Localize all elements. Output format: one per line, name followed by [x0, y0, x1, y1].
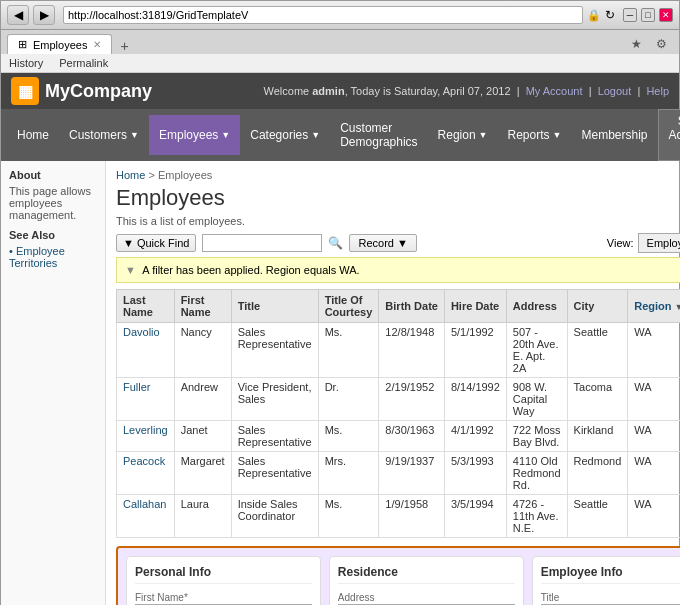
- forward-button[interactable]: ▶: [33, 5, 55, 25]
- view-select[interactable]: Employees ▼: [638, 233, 680, 253]
- breadcrumb: Home > Employees: [116, 169, 680, 181]
- table-cell: Peacock: [117, 452, 175, 495]
- app-logo: ▦ MyCompany: [11, 77, 152, 105]
- new-tab-button[interactable]: +: [114, 38, 134, 54]
- header-date: , Today is Saturday, April 07, 2012: [345, 85, 511, 97]
- employees-arrow: ▼: [221, 130, 230, 140]
- table-cell: 4110 Old Redmond Rd.: [506, 452, 567, 495]
- table-cell: Dr.: [318, 378, 379, 421]
- toolbar-left: ▼ Quick Find 🔍 Record ▼: [116, 234, 417, 252]
- last-name-link[interactable]: Fuller: [123, 381, 151, 393]
- table-cell: Seattle: [567, 495, 628, 538]
- quick-find-input[interactable]: [202, 234, 322, 252]
- close-button[interactable]: ✕: [659, 8, 673, 22]
- table-row: LeverlingJanetSales RepresentativeMs.8/3…: [117, 421, 681, 452]
- minimize-button[interactable]: ─: [623, 8, 637, 22]
- emp-title-label: Title: [541, 592, 680, 603]
- table-cell: Ms.: [318, 495, 379, 538]
- col-courtesy: Title OfCourtesy: [318, 290, 379, 323]
- table-cell: 3/5/1994: [444, 495, 506, 538]
- col-region[interactable]: Region ▼: [628, 290, 680, 323]
- app-title: MyCompany: [45, 81, 152, 102]
- table-cell: Janet: [174, 421, 231, 452]
- nav-membership[interactable]: Membership: [571, 115, 657, 155]
- nav-customer-demographics[interactable]: Customer Demographics: [330, 115, 427, 155]
- table-cell: Kirkland: [567, 421, 628, 452]
- maximize-button[interactable]: □: [641, 8, 655, 22]
- filter-text: A filter has been applied. Region equals…: [142, 264, 359, 276]
- table-cell: Redmond: [567, 452, 628, 495]
- main-nav: Home Customers ▼ Employees ▼ Categories …: [1, 109, 679, 161]
- help-link[interactable]: Help: [646, 85, 669, 97]
- col-birth: Birth Date: [379, 290, 445, 323]
- permalink-menu[interactable]: Permalink: [57, 56, 110, 70]
- site-actions-button[interactable]: Site Actions ▼: [658, 109, 680, 161]
- table-row: PeacockMargaretSales RepresentativeMrs.9…: [117, 452, 681, 495]
- nav-reports[interactable]: Reports ▼: [498, 115, 572, 155]
- search-icon[interactable]: 🔍: [328, 236, 343, 250]
- nav-region[interactable]: Region ▼: [428, 115, 498, 155]
- active-tab[interactable]: ⊞ Employees ✕: [7, 34, 112, 54]
- last-name-link[interactable]: Davolio: [123, 326, 160, 338]
- filter-bar: ▼ A filter has been applied. Region equa…: [116, 257, 680, 283]
- last-name-link[interactable]: Peacock: [123, 455, 165, 467]
- breadcrumb-sep: >: [148, 169, 157, 181]
- tab-close-icon[interactable]: ✕: [93, 39, 101, 50]
- breadcrumb-home[interactable]: Home: [116, 169, 145, 181]
- back-button[interactable]: ◀: [7, 5, 29, 25]
- main-content: Home > Employees Employees This is a lis…: [106, 161, 680, 605]
- form-panels: Personal Info First Name* Last Name*: [126, 556, 680, 605]
- welcome-pre: Welcome: [264, 85, 313, 97]
- first-name-label: First Name*: [135, 592, 312, 603]
- security-icon: 🔒: [587, 9, 601, 22]
- region-arrow: ▼: [479, 130, 488, 140]
- tab-bar: ⊞ Employees ✕ + ★ ⚙: [1, 30, 679, 54]
- table-cell: 5/1/1992: [444, 323, 506, 378]
- page-subtitle: This is a list of employees.: [116, 215, 680, 227]
- table-cell: 9/19/1937: [379, 452, 445, 495]
- star-icon[interactable]: ★: [625, 34, 648, 54]
- logout-link[interactable]: Logout: [598, 85, 632, 97]
- table-cell: Sales Representative: [231, 452, 318, 495]
- nav-items: Home Customers ▼ Employees ▼ Categories …: [7, 115, 658, 155]
- data-table: LastName FirstName Title Title OfCourtes…: [116, 289, 680, 538]
- address-bar[interactable]: [63, 6, 583, 24]
- col-address: Address: [506, 290, 567, 323]
- nav-home[interactable]: Home: [7, 115, 59, 155]
- table-cell: WA: [628, 495, 680, 538]
- col-hire: Hire Date: [444, 290, 506, 323]
- record-button[interactable]: Record ▼: [349, 234, 416, 252]
- sidebar-about: About This page allows employees managem…: [9, 169, 97, 221]
- nav-employees[interactable]: Employees ▼: [149, 115, 240, 155]
- my-account-link[interactable]: My Account: [526, 85, 583, 97]
- history-menu[interactable]: History: [7, 56, 45, 70]
- toolbar: ▼ Quick Find 🔍 Record ▼ View: Employees …: [116, 233, 680, 253]
- sidebar-link-territories[interactable]: • Employee Territories: [9, 245, 97, 269]
- refresh-icon[interactable]: ↻: [605, 8, 615, 22]
- filter-text-area: ▼ A filter has been applied. Region equa…: [125, 264, 360, 276]
- address-field: Address: [338, 592, 515, 605]
- last-name-link[interactable]: Callahan: [123, 498, 166, 510]
- table-cell: Ms.: [318, 421, 379, 452]
- table-row: FullerAndrewVice President, SalesDr.2/19…: [117, 378, 681, 421]
- gear-icon[interactable]: ⚙: [650, 34, 673, 54]
- employee-info-title: Employee Info: [541, 565, 680, 584]
- browser-menu-bar: History Permalink: [1, 54, 679, 73]
- nav-customers[interactable]: Customers ▼: [59, 115, 149, 155]
- toolbar-right: View: Employees ▼: [607, 233, 680, 253]
- table-cell: 1/9/1958: [379, 495, 445, 538]
- table-cell: Sales Representative: [231, 421, 318, 452]
- table-cell: 5/3/1993: [444, 452, 506, 495]
- table-cell: Vice President, Sales: [231, 378, 318, 421]
- table-cell: 908 W. Capital Way: [506, 378, 567, 421]
- content-area: About This page allows employees managem…: [1, 161, 679, 605]
- table-cell: WA: [628, 452, 680, 495]
- nav-categories[interactable]: Categories ▼: [240, 115, 330, 155]
- customers-arrow: ▼: [130, 130, 139, 140]
- table-cell: 722 Moss Bay Blvd.: [506, 421, 567, 452]
- quick-find-button[interactable]: ▼ Quick Find: [116, 234, 196, 252]
- title-bar: ◀ ▶ 🔒 ↻ ─ □ ✕: [1, 1, 679, 30]
- last-name-link[interactable]: Leverling: [123, 424, 168, 436]
- table-cell: Leverling: [117, 421, 175, 452]
- sidebar-about-title: About: [9, 169, 97, 181]
